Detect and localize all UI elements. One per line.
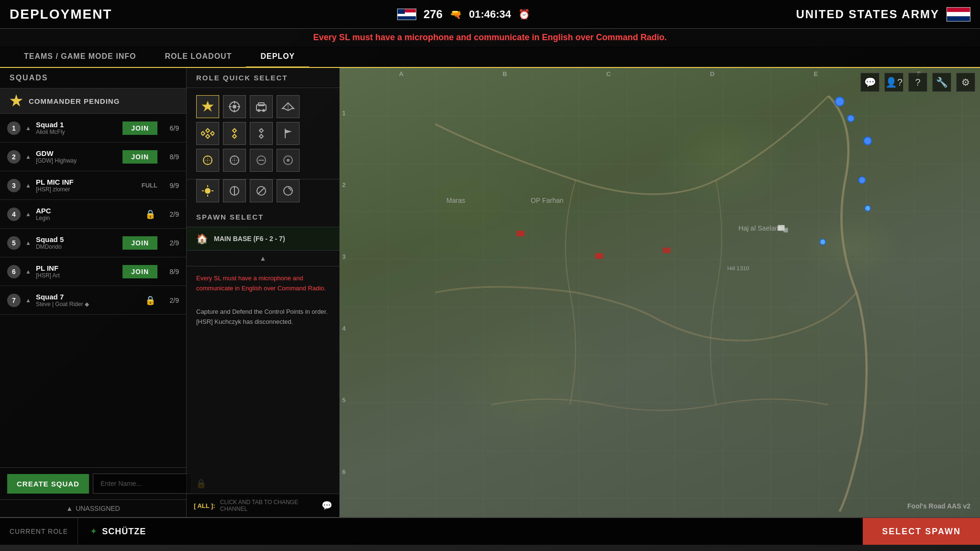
role-btn-sniper[interactable] <box>277 149 300 172</box>
squad-info-7: Squad 7 Steve | Goat Rider ◆ <box>36 293 140 308</box>
squad-num-2: 2 <box>7 150 21 164</box>
map-grid <box>340 68 980 517</box>
role-btn-engineer[interactable] <box>196 122 219 145</box>
squad-item-7[interactable]: 7 ▲ Squad 7 Steve | Goat Rider ◆ 🔒 2/9 <box>0 286 186 315</box>
wrench-map-icon[interactable]: 🔧 <box>932 73 951 92</box>
squad-item-5[interactable]: 5 ▲ Squad 5 DMDondo JOIN 2/9 <box>0 229 186 257</box>
squad-item-6[interactable]: 6 ▲ PL INF [HSR] Art JOIN 8/9 <box>0 257 186 286</box>
role-btn-special[interactable] <box>277 179 300 202</box>
squad-name-3: PL MIC INF <box>36 178 137 186</box>
svg-marker-16 <box>233 129 236 132</box>
settings-map-icon[interactable]: ⚙ <box>956 73 975 92</box>
svg-marker-14 <box>201 132 205 135</box>
squad-list: 1 ▲ Squad 1 Alioli McFly JOIN 6/9 2 ▲ GD… <box>0 114 186 467</box>
svg-line-40 <box>258 187 265 194</box>
role-btn-sapper[interactable] <box>223 179 246 202</box>
chevron-icon-7: ▲ <box>25 297 31 304</box>
header-timer: 01:46:34 <box>469 8 511 21</box>
squad-info-2: GDW [GDW] Highway <box>36 149 118 164</box>
select-spawn-button[interactable]: SELECT SPAWN <box>863 518 980 545</box>
chat-map-icon[interactable]: 💬 <box>860 73 880 92</box>
chat-hint: CLICK AND TAB TO CHANGE CHANNEL <box>220 499 317 512</box>
svg-marker-13 <box>206 134 210 138</box>
squad-count-5: 2/9 <box>162 239 179 247</box>
squad-leader-7: Steve | Goat Rider ◆ <box>36 301 140 308</box>
alert-text: Every SL must have a microphone and comm… <box>313 33 667 42</box>
squad-item-2[interactable]: 2 ▲ GDW [GDW] Highway JOIN 8/9 <box>0 143 186 171</box>
squad-name-6: PL INF <box>36 264 118 272</box>
squad-num-6: 6 <box>7 265 21 278</box>
role-btn-crewman[interactable] <box>250 95 273 118</box>
tab-deploy[interactable]: DEPLOY <box>246 46 309 68</box>
squad-join-btn-1[interactable]: JOIN <box>122 121 157 135</box>
unassigned-bar: ▲ UNASSIGNED <box>0 499 186 517</box>
role-btn-rifleman[interactable] <box>223 95 246 118</box>
main-layout: SQUADS COMMANDER PENDING 1 ▲ Squad 1 Ali… <box>0 68 980 517</box>
chat-channel: [ ALL ]: <box>194 502 215 509</box>
bullet-icon: 🔫 <box>450 9 462 20</box>
header-right: UNITED STATES ARMY <box>796 7 970 22</box>
squad-count-6: 8/9 <box>162 268 179 276</box>
role-btn-commander2[interactable] <box>250 149 273 172</box>
svg-marker-17 <box>233 134 236 138</box>
spawn-collapse-btn[interactable]: ▲ <box>187 251 339 266</box>
role-btn-flag[interactable] <box>277 122 300 145</box>
commander-bar: COMMANDER PENDING <box>0 88 186 114</box>
svg-point-2 <box>233 105 236 109</box>
create-squad-button[interactable]: CREATE SQUAD <box>7 474 89 494</box>
map-name: Fool's Road AAS v2 <box>907 502 970 510</box>
squad-count-7: 2/9 <box>162 297 179 304</box>
squad-name-2: GDW <box>36 149 118 157</box>
squad-count-4: 2/9 <box>162 210 179 218</box>
top-right-icons: 💬 👤? ? 🔧 ⚙ <box>860 73 975 92</box>
role-btn-light[interactable] <box>196 179 219 202</box>
squad-item-4[interactable]: 4 ▲ APC Legin 🔒 2/9 <box>0 200 186 229</box>
squad-name-7: Squad 7 <box>36 293 140 301</box>
squad-num-1: 1 <box>7 121 21 135</box>
svg-marker-15 <box>211 132 214 135</box>
chat-msg-3: [HSR] Kuchczyk has disconnected. <box>196 317 330 327</box>
role-btn-at[interactable] <box>196 149 219 172</box>
svg-point-8 <box>257 109 260 112</box>
squad-locked-4: 🔒 <box>145 209 157 220</box>
squad-count-1: 6/9 <box>162 124 179 132</box>
nav-tabs: TEAMS / GAME MODE INFO ROLE LOADOUT DEPL… <box>0 46 980 68</box>
role-btn-squad-leader[interactable] <box>196 95 219 118</box>
squad-name-1: Squad 1 <box>36 121 118 129</box>
spawn-option-main-base[interactable]: 🏠 MAIN BASE (F6 - 2 - 7) <box>187 227 339 251</box>
squad-name-5: Squad 5 <box>36 235 118 243</box>
clock-icon: ⏰ <box>518 9 530 20</box>
chat-msg-1: Every SL must have a microphone and comm… <box>196 274 330 294</box>
tab-teams[interactable]: TEAMS / GAME MODE INFO <box>10 46 150 68</box>
squad-num-3: 3 <box>7 179 21 192</box>
chevron-icon-1: ▲ <box>25 125 31 132</box>
tab-role-loadout[interactable]: ROLE LOADOUT <box>150 46 246 68</box>
commander-label: COMMANDER PENDING <box>29 97 120 105</box>
squad-join-btn-6[interactable]: JOIN <box>122 265 157 278</box>
spawn-select-header: SPAWN SELECT <box>187 207 339 227</box>
chat-messages: Every SL must have a microphone and comm… <box>187 266 339 494</box>
squad-item-1[interactable]: 1 ▲ Squad 1 Alioli McFly JOIN 6/9 <box>0 114 186 143</box>
current-role-label: CURRENT ROLE <box>0 518 78 545</box>
role-btn-support[interactable] <box>223 149 246 172</box>
header-flag-right <box>947 7 970 22</box>
chevron-icon-6: ▲ <box>25 268 31 275</box>
squad-map-icon[interactable]: 👤? <box>884 73 903 92</box>
chat-send-icon[interactable]: 💬 <box>322 500 332 511</box>
squad-name-input[interactable] <box>93 474 192 494</box>
role-btn-medic[interactable] <box>250 122 273 145</box>
squad-join-btn-5[interactable]: JOIN <box>122 236 157 250</box>
deployment-title: DEPLOYMENT <box>10 7 112 22</box>
squad-item-3[interactable]: 3 ▲ PL MIC INF [HSR] zlomer FULL 9/9 <box>0 171 186 200</box>
svg-marker-12 <box>206 129 210 132</box>
role-btn-grenadier[interactable] <box>223 122 246 145</box>
role-btn-no[interactable] <box>250 179 273 202</box>
squad-count-2: 8/9 <box>162 153 179 161</box>
squad-join-btn-2[interactable]: JOIN <box>122 150 157 164</box>
svg-marker-0 <box>202 101 213 111</box>
chevron-icon-5: ▲ <box>25 240 31 246</box>
help-map-icon[interactable]: ? <box>908 73 927 92</box>
squad-info-1: Squad 1 Alioli McFly <box>36 121 118 135</box>
squad-full-label-3: FULL <box>142 182 157 189</box>
role-btn-pilot[interactable] <box>277 95 300 118</box>
